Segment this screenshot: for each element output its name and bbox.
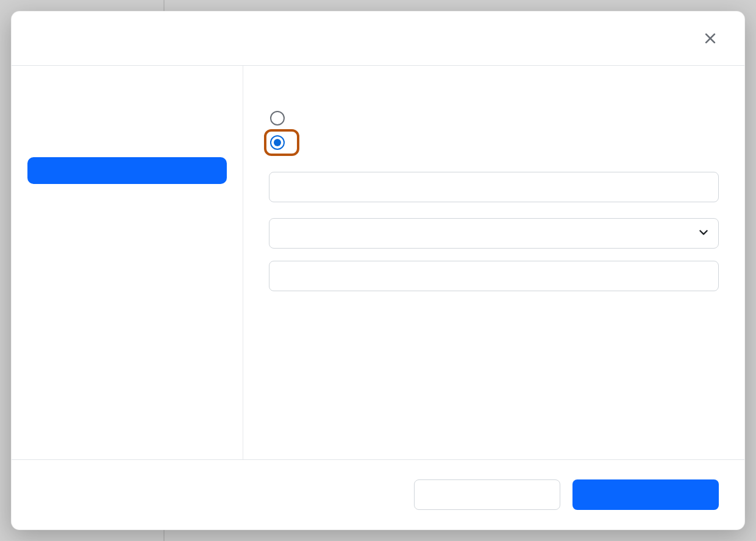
sidebar-item-ignored-files[interactable]	[27, 121, 227, 147]
sidebar-item-remote[interactable]	[27, 84, 227, 111]
modal-body	[12, 66, 744, 459]
repository-settings-modal	[11, 11, 745, 530]
radio-dot-icon	[274, 139, 281, 146]
close-button[interactable]	[702, 30, 719, 47]
content-pane	[243, 66, 744, 459]
name-input[interactable]	[269, 172, 719, 202]
modal-footer	[12, 459, 744, 529]
sidebar-item-git-config[interactable]	[27, 157, 227, 184]
radio-global-config[interactable]	[269, 107, 719, 129]
radio-icon	[270, 111, 285, 126]
radio-icon	[270, 135, 285, 150]
email-select-wrapper	[269, 218, 719, 249]
cancel-button[interactable]	[414, 479, 560, 510]
close-icon	[704, 32, 717, 45]
email-select[interactable]	[269, 218, 719, 249]
sidebar	[12, 66, 243, 459]
modal-header	[12, 12, 744, 66]
email-input[interactable]	[269, 261, 719, 291]
save-button[interactable]	[572, 479, 719, 510]
radio-local-config[interactable]	[264, 129, 299, 156]
